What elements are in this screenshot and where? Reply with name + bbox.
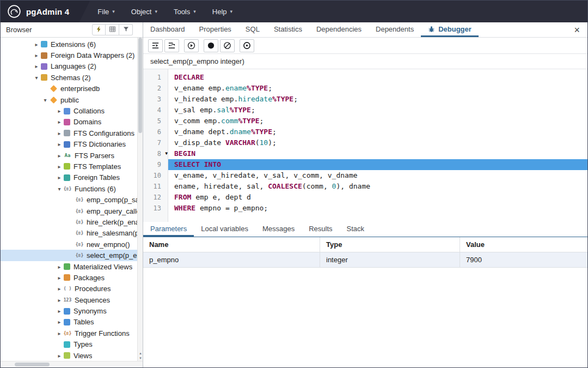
chevron-right-icon[interactable]: ▸: [55, 174, 64, 180]
tree-item-new-empno[interactable]: {≡}new_empno(): [1, 239, 143, 250]
tab-dependents[interactable]: Dependents: [369, 22, 421, 37]
tree-item-enterprisedb[interactable]: enterprisedb: [1, 83, 143, 94]
chevron-right-icon[interactable]: ▸: [32, 52, 41, 58]
tree-item-fts-templates[interactable]: ▸FTS Templates: [1, 161, 143, 172]
tree-item-select-emp-p-en[interactable]: {≡}select_emp(p_en: [1, 250, 143, 261]
tree-item-emp-comp-p-sa[interactable]: {≡}emp_comp(p_sa: [1, 194, 143, 205]
scroll-down-icon[interactable]: ▾: [138, 356, 143, 360]
tree-item-synonyms[interactable]: ▸Synonyms: [1, 305, 143, 316]
line-number[interactable]: 9: [143, 159, 168, 170]
menu-tools[interactable]: Tools▾: [174, 8, 196, 16]
chevron-right-icon[interactable]: ▸: [32, 41, 41, 47]
chevron-right-icon[interactable]: ▸: [55, 153, 64, 159]
panel-tab-parameters[interactable]: Parameters: [143, 222, 194, 237]
tab-dashboard[interactable]: Dashboard: [143, 22, 192, 37]
chevron-right-icon[interactable]: ▸: [55, 119, 64, 125]
line-number[interactable]: 8▼: [143, 148, 168, 159]
line-number[interactable]: 6: [143, 126, 168, 137]
tree-item-public[interactable]: ▾public: [1, 94, 143, 105]
chevron-right-icon[interactable]: ▸: [55, 308, 64, 314]
tree-item-extensions-6[interactable]: ▸Extensions (6): [1, 39, 143, 50]
tree-item-views[interactable]: ▸Views: [1, 350, 143, 361]
chevron-right-icon[interactable]: ▸: [32, 63, 41, 69]
line-number[interactable]: 1: [143, 72, 168, 83]
chevron-right-icon[interactable]: ▸: [55, 130, 64, 136]
chevron-right-icon[interactable]: ▸: [55, 297, 64, 303]
tree-item-sequences[interactable]: ▸123Sequences: [1, 294, 143, 305]
horizontal-scrollbar-thumb[interactable]: [15, 363, 50, 366]
tree-item-tables[interactable]: ▸Tables: [1, 317, 143, 328]
code-text: v_ename emp.ename%TYPE;: [168, 83, 587, 94]
step-over-button[interactable]: [164, 39, 179, 52]
tree-item-fts-parsers[interactable]: ▸AaFTS Parsers: [1, 150, 143, 161]
tab-properties[interactable]: Properties: [192, 22, 238, 37]
tree-item-materialized-views[interactable]: ▸Materialized Views: [1, 261, 143, 272]
chevron-right-icon[interactable]: ▸: [55, 264, 64, 270]
chevron-down-icon: ▾: [230, 9, 233, 14]
panel-tab-stack[interactable]: Stack: [340, 222, 372, 237]
tree-item-languages-2[interactable]: ▸Languages (2): [1, 61, 143, 72]
function-icon: {≡}: [76, 252, 83, 259]
line-number[interactable]: 13: [143, 203, 168, 214]
tree-item-foreign-data-wrappers-2[interactable]: ▸Foreign Data Wrappers (2): [1, 50, 143, 61]
line-number[interactable]: 12: [143, 192, 168, 203]
line-number[interactable]: 10: [143, 170, 168, 181]
line-number[interactable]: 11: [143, 181, 168, 192]
chevron-right-icon[interactable]: ▸: [55, 141, 64, 147]
chevron-right-icon[interactable]: ▸: [55, 353, 64, 359]
tree-item-packages[interactable]: ▸Packages: [1, 272, 143, 283]
clear-breakpoints-button[interactable]: [220, 39, 235, 52]
tab-statistics[interactable]: Statistics: [267, 22, 309, 37]
scroll-up-icon[interactable]: ▴: [138, 351, 143, 355]
tree-item-label: hire_clerk(p_enar: [87, 218, 142, 226]
chevron-down-icon[interactable]: ▾: [41, 97, 50, 103]
tree-item-collations[interactable]: ▸Collations: [1, 105, 143, 116]
chevron-right-icon[interactable]: ▸: [55, 319, 64, 325]
line-number[interactable]: 7: [143, 137, 168, 148]
menu-help[interactable]: Help▾: [212, 8, 232, 16]
close-icon[interactable]: ×: [574, 25, 580, 35]
query-tool-button[interactable]: [92, 24, 106, 35]
tab-sql[interactable]: SQL: [238, 22, 267, 37]
vertical-scrollbar-thumb[interactable]: [138, 38, 142, 133]
line-number[interactable]: 5: [143, 116, 168, 126]
chevron-right-icon[interactable]: ▸: [55, 275, 64, 281]
tree-item-fts-dictionaries[interactable]: ▸FTS Dictionaries: [1, 139, 143, 150]
tree-item-functions-6[interactable]: ▾{≡}Functions (6): [1, 183, 143, 194]
chevron-right-icon[interactable]: ▸: [55, 108, 64, 114]
tree-item-hire-clerk-p-enar[interactable]: {≡}hire_clerk(p_enar: [1, 216, 143, 227]
chevron-down-icon[interactable]: ▾: [32, 75, 41, 81]
continue-button[interactable]: [184, 39, 199, 52]
horizontal-scrollbar[interactable]: [1, 361, 143, 367]
filter-button[interactable]: [119, 24, 133, 35]
chevron-right-icon[interactable]: ▸: [55, 330, 64, 336]
panel-tab-local-variables[interactable]: Local variables: [194, 222, 255, 237]
tree-item-domains[interactable]: ▸Domains: [1, 117, 143, 128]
step-into-button[interactable]: [148, 39, 163, 52]
line-number[interactable]: 3: [143, 94, 168, 105]
chevron-right-icon[interactable]: ▸: [55, 164, 64, 170]
tree-item-hire-salesman-p[interactable]: {≡}hire_salesman(p: [1, 228, 143, 239]
panel-tab-messages[interactable]: Messages: [255, 222, 302, 237]
tree-item-foreign-tables[interactable]: ▸Foreign Tables: [1, 172, 143, 183]
panel-tab-results[interactable]: Results: [302, 222, 339, 237]
tree-item-schemas-2[interactable]: ▾Schemas (2): [1, 72, 143, 83]
chevron-right-icon[interactable]: ▸: [55, 286, 64, 292]
packages-icon: [64, 274, 70, 281]
chevron-down-icon[interactable]: ▾: [55, 186, 64, 192]
tree-item-trigger-functions[interactable]: ▸{≡}Trigger Functions: [1, 328, 143, 339]
tree-item-types[interactable]: Types: [1, 339, 143, 350]
tree-item-emp-query-calle[interactable]: {≡}emp_query_calle: [1, 206, 143, 216]
tree-item-fts-configurations[interactable]: ▸FTS Configurations: [1, 128, 143, 138]
line-number[interactable]: 4: [143, 105, 168, 116]
tree-item-procedures[interactable]: ▸( )Procedures: [1, 283, 143, 294]
tab-dependencies[interactable]: Dependencies: [309, 22, 369, 37]
vertical-scrollbar[interactable]: ▴▾: [137, 38, 143, 361]
menu-file[interactable]: File▾: [97, 8, 114, 16]
grid-button[interactable]: [106, 24, 119, 35]
toggle-breakpoint-button[interactable]: [204, 39, 218, 52]
stop-button[interactable]: [240, 39, 254, 52]
tab-debugger[interactable]: Debugger: [421, 22, 479, 37]
menu-object[interactable]: Object▾: [131, 8, 157, 16]
line-number[interactable]: 2: [143, 83, 168, 94]
